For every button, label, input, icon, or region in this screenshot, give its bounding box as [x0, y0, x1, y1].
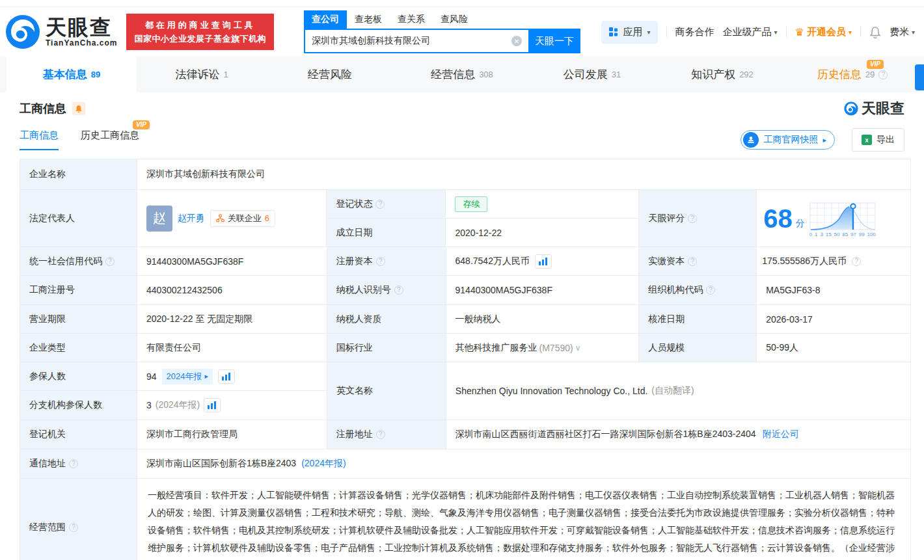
tyc-score-label-cell: 天眼评分 ?: [639, 190, 757, 247]
nav-vip-upgrade[interactable]: ♛ 开通会员 ▾: [795, 26, 852, 38]
search-tab-relation[interactable]: 查关系: [390, 10, 433, 29]
tianyancha-logo[interactable]: 天眼查 TianYanCha.com: [5, 14, 117, 49]
nav-vip-label: 开通会员: [807, 26, 846, 38]
mail-address-label: 通信地址: [29, 458, 66, 470]
search-area: 查公司 查老板 查关系 查风险 ✕ 天眼一下: [304, 10, 580, 53]
subtab-label: 历史工商信息: [81, 129, 139, 140]
reg-status-label-cell: 登记状态 ?: [327, 190, 446, 219]
capital-trend-icon[interactable]: [535, 254, 552, 269]
annual-report-badge[interactable]: 2024年报 ▸: [162, 369, 213, 384]
related-companies-badge[interactable]: 关联企业 6: [210, 210, 275, 227]
reg-number-label: 工商注册号: [20, 276, 137, 305]
promo-line2: 国家中小企业发展子基金旗下机构: [134, 32, 266, 46]
chevron-down-icon[interactable]: ∨: [575, 343, 581, 353]
annual-report-link[interactable]: (2024年报): [301, 458, 346, 470]
taxpayer-quality-value: 一般纳税人: [446, 305, 640, 334]
tab-basic-info[interactable]: 基本信息 89: [7, 57, 137, 92]
reg-status-cell: 存续: [446, 190, 639, 219]
app-grid-icon: [608, 27, 619, 37]
org-code-value: MA5GJF63-8: [757, 276, 911, 305]
nearby-companies-link[interactable]: 附近公司: [763, 429, 799, 440]
vip-badge: VIP: [867, 60, 884, 69]
approval-date-label: 核准日期: [639, 305, 757, 334]
insured-count-value: 94: [146, 371, 157, 382]
taxpayer-id-label-cell: 纳税人识别号 ?: [327, 276, 446, 305]
monitor-bell-icon[interactable]: [72, 102, 85, 115]
establish-date-label: 成立日期: [327, 219, 446, 247]
score-unit: 分: [796, 218, 805, 230]
help-icon[interactable]: ?: [376, 257, 385, 266]
industry-value: 其他科技推广服务业: [455, 342, 537, 354]
registration-info-table: 企业名称 深圳市其域创新科技有限公司 法定代表人 赵 赵开勇 关联企业 6: [20, 159, 911, 560]
floating-toolbar-edge[interactable]: [915, 64, 924, 90]
apps-menu[interactable]: 应用 ▾: [601, 21, 658, 44]
help-icon[interactable]: ?: [375, 200, 385, 209]
search-tabs: 查公司 查老板 查关系 查风险: [304, 10, 580, 29]
score-axis: 0131550859799100: [809, 232, 876, 237]
chevron-down-icon: ▾: [774, 29, 778, 36]
english-name-value: Shenzhen Qiyu Innovation Technology Co.,…: [455, 386, 648, 396]
notification-bell-icon[interactable]: [869, 26, 881, 38]
help-icon[interactable]: ?: [688, 257, 697, 266]
nav-cooperation[interactable]: 商务合作: [675, 26, 714, 38]
search-tab-company[interactable]: 查公司: [304, 10, 347, 29]
tab-operation-risk[interactable]: 经营风险: [267, 57, 397, 92]
search-button[interactable]: 天眼一下: [528, 29, 580, 53]
clear-icon[interactable]: ✕: [511, 36, 522, 46]
reg-authority-value: 深圳市工商行政管理局: [137, 420, 327, 449]
tab-legal-lawsuit[interactable]: 法律诉讼 1: [137, 57, 267, 92]
annual-report-label: 2024年报: [167, 371, 202, 382]
help-icon[interactable]: ?: [394, 286, 403, 295]
reg-address-label-cell: 注册地址 ?: [327, 420, 446, 449]
score-distribution-chart: 0131550859799100: [809, 202, 876, 237]
export-button[interactable]: x 导出: [852, 128, 904, 152]
legal-rep-name-link[interactable]: 赵开勇: [178, 213, 205, 224]
nav-enterprise[interactable]: 企业级产品 ▾: [723, 26, 778, 38]
search-input[interactable]: [304, 29, 528, 53]
org-code-label: 组织机构代码: [648, 284, 703, 296]
tab-label: 知识产权: [691, 67, 735, 82]
insured-trend-icon[interactable]: [218, 369, 235, 384]
nav-divider: [666, 27, 667, 37]
help-icon[interactable]: ?: [376, 430, 385, 439]
related-count: 6: [265, 213, 269, 223]
reg-number-value: 440300212432506: [137, 276, 327, 305]
help-icon[interactable]: ?: [69, 459, 78, 468]
tab-count: 89: [91, 70, 100, 79]
tyc-score-label: 天眼评分: [648, 213, 685, 224]
legal-rep-label: 法定代表人: [20, 190, 137, 247]
tab-history-info[interactable]: VIP 历史信息 29 ?: [787, 57, 917, 92]
search-tab-boss[interactable]: 查老板: [347, 10, 390, 29]
help-icon[interactable]: ?: [688, 214, 697, 223]
help-icon[interactable]: ?: [878, 70, 888, 79]
business-scope-label-cell: 经营范围 ?: [20, 479, 137, 560]
help-icon[interactable]: ?: [706, 286, 715, 295]
business-term-label: 营业期限: [20, 305, 137, 334]
snapshot-label: 工商官网快照: [763, 134, 818, 146]
branch-insured-cell: 3 (2024年报): [137, 391, 327, 420]
subtab-business-registration[interactable]: 工商信息: [20, 129, 59, 150]
logo-title: 天眼查: [46, 16, 117, 38]
mail-address-cell: 深圳市南山区国际创新谷1栋B座2403 (2024年报): [137, 449, 911, 479]
tyc-score-cell[interactable]: 68 分: [757, 190, 911, 247]
legal-rep-avatar[interactable]: 赵: [146, 206, 172, 232]
tab-company-development[interactable]: 公司发展 31: [527, 57, 657, 92]
search-tab-risk[interactable]: 查风险: [433, 10, 476, 29]
help-icon[interactable]: ?: [69, 523, 78, 532]
reg-capital-label: 注册资本: [336, 256, 373, 267]
org-chart-icon: [216, 214, 224, 222]
help-icon[interactable]: ?: [852, 257, 861, 266]
industry-label: 国标行业: [327, 334, 446, 362]
help-icon[interactable]: ?: [105, 257, 115, 266]
branch-insured-trend-icon[interactable]: [204, 398, 221, 412]
english-name-label: 英文名称: [327, 362, 446, 420]
user-menu[interactable]: 费米 ▾: [890, 26, 915, 38]
tab-business-info[interactable]: 经营信息 308: [397, 57, 527, 92]
subtab-history-registration[interactable]: VIP 历史工商信息: [81, 129, 139, 150]
official-snapshot-button[interactable]: 工商官网快照 ▸: [741, 130, 835, 150]
insured-count-cell: 94 2024年报 ▸: [137, 362, 327, 391]
tab-intellectual-property[interactable]: 知识产权 292: [657, 57, 787, 92]
business-scope-label: 经营范围: [29, 522, 66, 533]
apps-label: 应用: [623, 26, 643, 38]
top-nav: 应用 ▾ 商务合作 企业级产品 ▾ ♛ 开通会员 ▾ 费米 ▾: [601, 21, 915, 44]
